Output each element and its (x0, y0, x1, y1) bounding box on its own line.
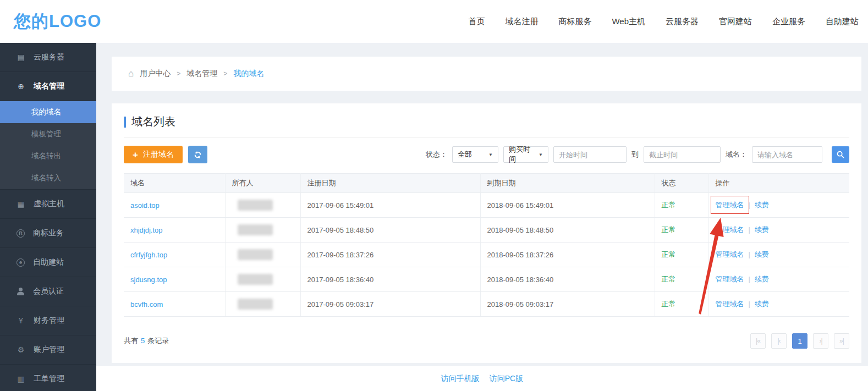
domain-link[interactable]: bcvfh.com (130, 300, 163, 309)
sidebar-subitem-template-manage[interactable]: 模板管理 (0, 123, 96, 145)
status-cell: 正常 (655, 193, 708, 218)
top-nav-item[interactable]: 企业服务 (772, 16, 805, 27)
domain-cell: asoid.top (124, 193, 225, 218)
cloud-server-icon: ▤ (17, 53, 25, 62)
sidebar-item-trademark[interactable]: R商标业务 (0, 219, 96, 248)
time-type-select[interactable]: 购买时间 ▼ (503, 146, 548, 163)
record-count: 5 (141, 337, 145, 345)
breadcrumb-separator: > (223, 70, 227, 78)
status-badge: 正常 (662, 201, 676, 209)
manage-domain-link[interactable]: 管理域名 (716, 250, 744, 258)
sidebar-item-domain-manage[interactable]: ⊕域名管理 (0, 72, 96, 101)
renew-link[interactable]: 续费 (755, 201, 769, 209)
domain-link[interactable]: sjdusng.top (130, 276, 167, 284)
content-area: ⌂ 用户中心>域名管理>我的域名 域名列表 + 注册域名 (96, 43, 868, 366)
domain-globe-icon: ⊕ (17, 82, 25, 91)
manage-domain-link[interactable]: 管理域名 (716, 275, 744, 283)
end-date-input[interactable] (644, 146, 721, 163)
sidebar-subitem-domain-transfer-out[interactable]: 域名转出 (0, 145, 96, 167)
status-select-value: 全部 (458, 150, 472, 159)
sidebar-item-label: 财务管理 (34, 316, 64, 326)
renew-link[interactable]: 续费 (755, 225, 769, 234)
expire-date-cell: 2018-09-05 09:03:17 (480, 292, 655, 317)
pagination-last-button[interactable]: »| (834, 333, 849, 349)
pagination-next-button[interactable]: ›| (813, 333, 828, 349)
top-nav: 首页域名注册商标服务Web主机云服务器官网建站企业服务自助建站 (468, 16, 859, 27)
register-date-cell: 2017-09-06 15:49:01 (300, 193, 480, 218)
trademark-icon: R (17, 229, 25, 238)
domain-list-panel: 域名列表 + 注册域名 (112, 103, 861, 363)
top-nav-item[interactable]: 自助建站 (826, 16, 859, 27)
actions-cell: 管理域名|续费 (708, 292, 849, 317)
domain-cell: xhjdjdj.top (124, 218, 225, 243)
sidebar-item-member-auth[interactable]: 会员认证 (0, 277, 96, 306)
action-separator: | (749, 201, 750, 209)
sidebar-item-account[interactable]: ⚙账户管理 (0, 335, 96, 365)
footer-link[interactable]: 访问PC版 (490, 374, 523, 384)
column-header: 注册日期 (300, 174, 480, 193)
domain-link[interactable]: cfrfyjfgh.top (130, 251, 167, 259)
chevron-down-icon: ▼ (488, 152, 493, 157)
breadcrumb-item[interactable]: 用户中心 (140, 69, 171, 79)
pagination-page-button[interactable]: 1 (792, 333, 807, 349)
register-date-cell: 2017-09-05 18:36:40 (300, 267, 480, 292)
renew-link[interactable]: 续费 (755, 300, 769, 308)
expire-date-cell: 2018-09-05 18:48:50 (480, 218, 655, 243)
sidebar-item-ticket[interactable]: ▥工单管理 (0, 365, 96, 391)
owner-redacted (238, 274, 273, 285)
actions-cell: 管理域名|续费 (708, 193, 849, 218)
start-date-input[interactable] (553, 146, 627, 163)
top-nav-item[interactable]: 商标服务 (558, 16, 591, 27)
domain-search-input[interactable] (752, 146, 822, 163)
domain-cell: cfrfyjfgh.top (124, 243, 225, 267)
top-nav-item[interactable]: 官网建站 (719, 16, 752, 27)
domain-link[interactable]: asoid.top (130, 201, 160, 210)
renew-link[interactable]: 续费 (755, 275, 769, 283)
pagination-prev-button[interactable]: |‹ (771, 333, 787, 349)
domain-link[interactable]: xhjdjdj.top (130, 226, 163, 234)
register-domain-button[interactable]: + 注册域名 (124, 146, 183, 163)
search-button[interactable] (832, 146, 849, 163)
sidebar-item-cloud-server[interactable]: ▤云服务器 (0, 43, 96, 72)
expire-date-cell: 2018-09-05 18:36:40 (480, 267, 655, 292)
manage-domain-link[interactable]: 管理域名 (716, 201, 744, 209)
register-date-cell: 2017-09-05 18:37:26 (300, 243, 480, 267)
column-header: 所有人 (225, 174, 300, 193)
status-select[interactable]: 全部 ▼ (452, 146, 498, 163)
top-nav-item[interactable]: 云服务器 (666, 16, 699, 27)
sidebar-item-label: 商标业务 (33, 228, 64, 238)
table-footer: 共有5条记录 |«|‹1›|»| (124, 333, 849, 349)
actions-cell: 管理域名|续费 (708, 218, 849, 243)
breadcrumb-item[interactable]: 域名管理 (186, 69, 217, 79)
record-summary: 共有5条记录 (124, 336, 169, 346)
summary-prefix: 共有 (124, 337, 138, 345)
panel-title-row: 域名列表 (124, 114, 849, 137)
sidebar-item-finance[interactable]: ¥财务管理 (0, 306, 96, 335)
pagination-first-button[interactable]: |« (750, 333, 766, 349)
sidebar-subitem-my-domains[interactable]: 我的域名 (0, 101, 96, 123)
status-cell: 正常 (655, 292, 708, 317)
sidebar-item-virtual-host[interactable]: ▦虚拟主机 (0, 190, 96, 219)
sidebar-item-site-builder[interactable]: e自助建站 (0, 248, 96, 277)
refresh-button[interactable] (188, 146, 207, 163)
status-cell: 正常 (655, 218, 708, 243)
top-nav-item[interactable]: 域名注册 (505, 16, 538, 27)
manage-domain-link[interactable]: 管理域名 (716, 300, 744, 308)
logo: 您的LOGO (14, 10, 101, 33)
top-nav-item[interactable]: Web主机 (612, 16, 645, 27)
top-nav-item[interactable]: 首页 (468, 16, 485, 27)
refresh-icon (194, 151, 202, 159)
sidebar-item-label: 域名管理 (34, 81, 64, 91)
column-header: 操作 (708, 174, 849, 193)
action-separator: | (749, 225, 750, 234)
footer-link[interactable]: 访问手机版 (441, 374, 480, 384)
virtual-host-icon: ▦ (17, 200, 25, 208)
site-footer: 访问手机版访问PC版 (96, 366, 868, 391)
column-header: 域名 (124, 174, 225, 193)
domain-cell: sjdusng.top (124, 267, 225, 292)
sidebar-item-label: 账户管理 (34, 345, 64, 355)
renew-link[interactable]: 续费 (755, 250, 769, 258)
manage-domain-link[interactable]: 管理域名 (716, 225, 744, 234)
action-separator: | (749, 275, 750, 283)
sidebar-subitem-domain-transfer-in[interactable]: 域名转入 (0, 167, 96, 189)
